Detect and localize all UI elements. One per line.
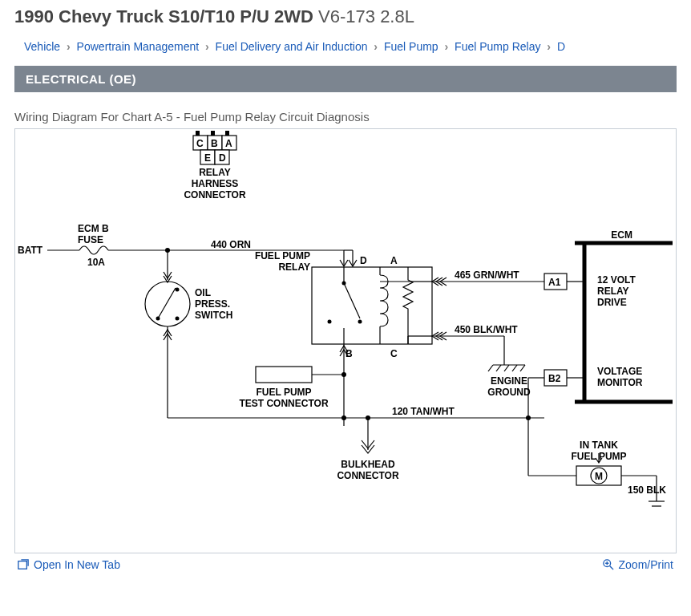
breadcrumb: Vehicle › Powertrain Management › Fuel D…	[0, 35, 691, 61]
svg-point-80	[341, 372, 346, 377]
svg-text:12 VOLT: 12 VOLT	[597, 274, 636, 286]
svg-text:RELAY: RELAY	[597, 286, 629, 297]
chevron-right-icon: ›	[370, 40, 381, 53]
zoom-print-text: Zoom/Print	[619, 558, 673, 571]
svg-rect-6	[211, 131, 215, 136]
svg-text:A: A	[390, 255, 398, 266]
svg-point-25	[145, 282, 190, 326]
svg-point-28	[176, 288, 180, 292]
figure: Wiring Diagram For Chart A-5 - Fuel Pump…	[14, 110, 677, 574]
ecm-module: ECM 12 VOLT RELAY DRIVE VOLTAGE MONITOR	[575, 229, 673, 402]
svg-text:VOLTAGE: VOLTAGE	[597, 366, 642, 377]
svg-text:RELAY: RELAY	[199, 167, 231, 178]
svg-rect-117	[18, 561, 27, 569]
svg-text:CONNECTOR: CONNECTOR	[184, 189, 245, 201]
svg-text:ECM: ECM	[611, 229, 632, 241]
oil-pressure-switch: OIL PRESS. SWITCH	[145, 282, 232, 351]
svg-text:FUEL PUMP: FUEL PUMP	[255, 250, 310, 261]
svg-text:CONNECTOR: CONNECTOR	[337, 470, 398, 481]
svg-text:120 TAN/WHT: 120 TAN/WHT	[392, 406, 455, 417]
svg-rect-7	[225, 131, 229, 136]
zoom-print-link[interactable]: Zoom/Print	[603, 558, 673, 571]
svg-text:OIL: OIL	[195, 287, 211, 298]
svg-line-72	[520, 365, 525, 371]
svg-point-48	[358, 320, 362, 324]
relay-harness-connector: C B A E D RELAY HARNESS CONNECTOR	[184, 131, 245, 201]
svg-text:C: C	[390, 348, 398, 359]
svg-point-95	[366, 415, 370, 420]
chevron-right-icon: ›	[202, 40, 212, 53]
svg-text:RELAY: RELAY	[278, 261, 310, 273]
svg-text:450 BLK/WHT: 450 BLK/WHT	[455, 324, 518, 335]
wire-120-tanwht: 120 TAN/WHT B2	[344, 370, 584, 420]
svg-rect-5	[196, 131, 200, 136]
wire-465-grnwht: 465 GRN/WHT A1	[432, 270, 584, 290]
section-header-electrical: ELECTRICAL (OE)	[14, 66, 677, 92]
vehicle-title-bold: 1990 Chevy Truck S10/T10 P/U 2WD	[14, 6, 313, 26]
svg-point-27	[156, 317, 160, 321]
wiring-diagram-svg: C B A E D RELAY HARNESS CONNECTOR BATT E…	[15, 129, 677, 554]
svg-line-119	[609, 566, 612, 569]
svg-text:M: M	[595, 471, 603, 482]
crumb-1[interactable]: Powertrain Management	[77, 40, 200, 53]
vehicle-title: 1990 Chevy Truck S10/T10 P/U 2WD V6-173 …	[0, 0, 691, 35]
svg-text:E: E	[204, 152, 211, 164]
crumb-2[interactable]: Fuel Delivery and Air Induction	[216, 40, 368, 53]
svg-text:C: C	[196, 138, 204, 149]
crumb-3[interactable]: Fuel Pump	[384, 40, 438, 53]
svg-rect-75	[256, 367, 312, 383]
svg-text:440 ORN: 440 ORN	[211, 239, 251, 250]
crumb-4[interactable]: Fuel Pump Relay	[455, 40, 540, 53]
fuel-pump-test-connector: FUEL PUMP TEST CONNECTOR	[239, 367, 344, 409]
batt-line: BATT ECM B FUSE 10A 440 ORN	[18, 223, 251, 282]
bulkhead-connector: BULKHEAD CONNECTOR	[337, 415, 398, 481]
svg-text:D: D	[219, 152, 226, 164]
svg-text:MONITOR: MONITOR	[597, 377, 643, 388]
svg-line-68	[488, 365, 493, 371]
svg-text:FUEL PUMP: FUEL PUMP	[256, 387, 311, 398]
new-tab-icon	[18, 559, 29, 570]
svg-text:PRESS.: PRESS.	[195, 298, 230, 310]
fuel-pump-relay: FUEL PUMP RELAY D A B C	[255, 250, 432, 359]
svg-text:B2: B2	[548, 373, 561, 384]
wiring-diagram: C B A E D RELAY HARNESS CONNECTOR BATT E…	[14, 128, 677, 553]
svg-point-29	[176, 317, 180, 321]
figure-title: Wiring Diagram For Chart A-5 - Fuel Pump…	[14, 110, 677, 124]
open-in-new-tab-text: Open In New Tab	[34, 558, 120, 571]
svg-text:465 GRN/WHT: 465 GRN/WHT	[455, 270, 519, 281]
svg-text:A: A	[225, 138, 232, 149]
svg-text:150 BLK: 150 BLK	[628, 484, 666, 496]
in-tank-fuel-pump: IN TANK FUEL PUMP M 150 BLK	[528, 418, 666, 506]
svg-text:GROUND: GROUND	[487, 387, 531, 398]
svg-text:ECM B: ECM B	[78, 223, 109, 234]
svg-text:SWITCH: SWITCH	[195, 310, 232, 321]
zoom-icon	[603, 559, 614, 570]
svg-line-71	[512, 365, 517, 371]
svg-text:BULKHEAD: BULKHEAD	[341, 459, 395, 470]
svg-point-49	[328, 320, 332, 324]
svg-text:IN TANK: IN TANK	[580, 440, 618, 451]
svg-rect-38	[312, 267, 432, 344]
svg-text:D: D	[360, 255, 367, 266]
section-header-text: ELECTRICAL (OE)	[26, 72, 136, 86]
svg-line-69	[496, 365, 501, 371]
svg-text:HARNESS: HARNESS	[192, 178, 239, 189]
svg-text:ENGINE: ENGINE	[491, 375, 527, 387]
chevron-right-icon: ›	[442, 40, 452, 53]
chevron-right-icon: ›	[63, 40, 74, 53]
crumb-0[interactable]: Vehicle	[24, 40, 60, 53]
open-in-new-tab-link[interactable]: Open In New Tab	[18, 558, 120, 571]
svg-text:B: B	[211, 138, 218, 149]
crumb-5[interactable]: D	[557, 40, 565, 53]
svg-text:10A: 10A	[87, 257, 105, 268]
chevron-right-icon: ›	[544, 40, 554, 53]
svg-text:TEST CONNECTOR: TEST CONNECTOR	[239, 398, 328, 409]
vehicle-title-rest: V6-173 2.8L	[313, 6, 414, 26]
diagram-footer: Open In New Tab Zoom/Print	[14, 553, 677, 574]
svg-text:A1: A1	[548, 277, 561, 288]
svg-text:DRIVE: DRIVE	[597, 297, 627, 308]
svg-text:BATT: BATT	[18, 245, 43, 256]
svg-text:FUSE: FUSE	[78, 234, 103, 245]
svg-line-70	[504, 365, 509, 371]
svg-line-26	[158, 288, 176, 318]
